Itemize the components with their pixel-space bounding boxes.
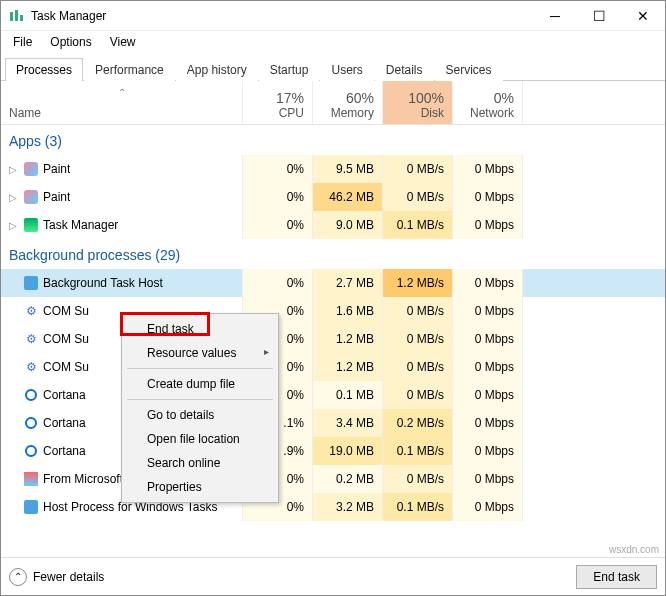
process-name-label: Background Task Host bbox=[43, 276, 163, 290]
menu-options[interactable]: Options bbox=[42, 33, 99, 51]
svg-rect-1 bbox=[15, 10, 18, 21]
ctx-open-file-location[interactable]: Open file location bbox=[125, 427, 275, 451]
header-cpu[interactable]: 17% CPU bbox=[243, 81, 313, 124]
cortana-icon bbox=[23, 387, 39, 403]
process-row[interactable]: Cortana.1%3.4 MB0.2 MB/s0 Mbps bbox=[1, 409, 665, 437]
tab-performance[interactable]: Performance bbox=[84, 58, 175, 81]
process-row[interactable]: Cortana0%0.1 MB0 MB/s0 Mbps bbox=[1, 381, 665, 409]
expand-icon[interactable]: ▷ bbox=[7, 164, 19, 175]
process-name-label: Paint bbox=[43, 162, 70, 176]
ms-icon bbox=[23, 471, 39, 487]
process-row[interactable]: ▷Paint0%46.2 MB0 MB/s0 Mbps bbox=[1, 183, 665, 211]
process-name-label: COM Su bbox=[43, 304, 89, 318]
cell-disk: 0 MB/s bbox=[383, 381, 453, 409]
process-name-cell: ▷Paint bbox=[1, 183, 243, 211]
header-cpu-pct: 17% bbox=[276, 90, 304, 106]
tab-details[interactable]: Details bbox=[375, 58, 434, 81]
header-cpu-label: CPU bbox=[279, 106, 304, 120]
process-row[interactable]: Cortana.9%19.0 MB0.1 MB/s0 Mbps bbox=[1, 437, 665, 465]
cell-memory: 1.2 MB bbox=[313, 353, 383, 381]
minimize-button[interactable]: ─ bbox=[533, 1, 577, 31]
process-row[interactable]: Background Task Host0%2.7 MB1.2 MB/s0 Mb… bbox=[1, 269, 665, 297]
process-name-cell: ▷Paint bbox=[1, 155, 243, 183]
header-network[interactable]: 0% Network bbox=[453, 81, 523, 124]
cell-cpu: 0% bbox=[243, 155, 313, 183]
header-memory-pct: 60% bbox=[346, 90, 374, 106]
tab-app-history[interactable]: App history bbox=[176, 58, 258, 81]
process-name-label: Cortana bbox=[43, 416, 86, 430]
header-memory-label: Memory bbox=[331, 106, 374, 120]
window-title: Task Manager bbox=[31, 9, 533, 23]
cell-network: 0 Mbps bbox=[453, 493, 523, 521]
cell-disk: 0 MB/s bbox=[383, 325, 453, 353]
header-disk-label: Disk bbox=[421, 106, 444, 120]
cell-memory: 46.2 MB bbox=[313, 183, 383, 211]
tab-bar: Processes Performance App history Startu… bbox=[1, 53, 665, 81]
tab-services[interactable]: Services bbox=[435, 58, 503, 81]
tm-icon bbox=[23, 217, 39, 233]
ctx-resource-values[interactable]: Resource values bbox=[125, 341, 275, 365]
svg-rect-0 bbox=[10, 12, 13, 21]
expand-icon[interactable]: ▷ bbox=[7, 192, 19, 203]
fewer-details-button[interactable]: ⌃ Fewer details bbox=[9, 568, 104, 586]
menu-file[interactable]: File bbox=[5, 33, 40, 51]
ctx-end-task[interactable]: End task bbox=[125, 317, 275, 341]
cell-disk: 0.1 MB/s bbox=[383, 437, 453, 465]
cell-network: 0 Mbps bbox=[453, 465, 523, 493]
cell-network: 0 Mbps bbox=[453, 437, 523, 465]
process-name-label: Cortana bbox=[43, 388, 86, 402]
cell-network: 0 Mbps bbox=[453, 183, 523, 211]
ctx-properties[interactable]: Properties bbox=[125, 475, 275, 499]
chevron-up-icon: ⌃ bbox=[9, 568, 27, 586]
cell-memory: 9.0 MB bbox=[313, 211, 383, 239]
process-row[interactable]: From Microsoft Background Ta...0%0.2 MB0… bbox=[1, 465, 665, 493]
expand-icon[interactable]: ▷ bbox=[7, 220, 19, 231]
cell-network: 0 Mbps bbox=[453, 325, 523, 353]
header-network-label: Network bbox=[470, 106, 514, 120]
header-name[interactable]: ⌃ Name bbox=[1, 81, 243, 124]
menu-view[interactable]: View bbox=[102, 33, 144, 51]
section-apps: Apps (3) bbox=[1, 125, 665, 155]
process-row[interactable]: ⚙COM Su0%1.2 MB0 MB/s0 Mbps bbox=[1, 325, 665, 353]
tab-startup[interactable]: Startup bbox=[259, 58, 320, 81]
host-icon bbox=[23, 275, 39, 291]
cell-disk: 0 MB/s bbox=[383, 353, 453, 381]
ctx-separator bbox=[127, 399, 273, 400]
tab-processes[interactable]: Processes bbox=[5, 58, 83, 81]
maximize-button[interactable]: ☐ bbox=[577, 1, 621, 31]
process-row[interactable]: ▷Paint0%9.5 MB0 MB/s0 Mbps bbox=[1, 155, 665, 183]
cell-disk: 1.2 MB/s bbox=[383, 269, 453, 297]
end-task-button[interactable]: End task bbox=[576, 565, 657, 589]
process-row[interactable]: ⚙COM Su0%1.6 MB0 MB/s0 Mbps bbox=[1, 297, 665, 325]
menu-bar: File Options View bbox=[1, 31, 665, 53]
header-network-pct: 0% bbox=[494, 90, 514, 106]
cell-cpu: 0% bbox=[243, 183, 313, 211]
process-row[interactable]: ⚙COM Su0%1.2 MB0 MB/s0 Mbps bbox=[1, 353, 665, 381]
paint-icon bbox=[23, 189, 39, 205]
cell-memory: 9.5 MB bbox=[313, 155, 383, 183]
process-row[interactable]: ▷Task Manager0%9.0 MB0.1 MB/s0 Mbps bbox=[1, 211, 665, 239]
ctx-create-dump[interactable]: Create dump file bbox=[125, 372, 275, 396]
cell-memory: 3.2 MB bbox=[313, 493, 383, 521]
cell-network: 0 Mbps bbox=[453, 353, 523, 381]
header-row: ⌃ Name 17% CPU 60% Memory 100% Disk 0% N… bbox=[1, 81, 665, 125]
process-row[interactable]: Host Process for Windows Tasks0%3.2 MB0.… bbox=[1, 493, 665, 521]
tab-users[interactable]: Users bbox=[320, 58, 373, 81]
context-menu: End task Resource values Create dump fil… bbox=[121, 313, 279, 503]
cortana-icon bbox=[23, 443, 39, 459]
header-disk[interactable]: 100% Disk bbox=[383, 81, 453, 124]
cell-memory: 0.1 MB bbox=[313, 381, 383, 409]
fewer-details-label: Fewer details bbox=[33, 570, 104, 584]
watermark: wsxdn.com bbox=[609, 544, 659, 555]
process-grid: ⌃ Name 17% CPU 60% Memory 100% Disk 0% N… bbox=[1, 81, 665, 521]
cell-disk: 0.2 MB/s bbox=[383, 409, 453, 437]
cell-memory: 1.6 MB bbox=[313, 297, 383, 325]
header-memory[interactable]: 60% Memory bbox=[313, 81, 383, 124]
footer-bar: ⌃ Fewer details End task bbox=[1, 557, 665, 595]
ctx-go-to-details[interactable]: Go to details bbox=[125, 403, 275, 427]
cell-disk: 0 MB/s bbox=[383, 465, 453, 493]
close-button[interactable]: ✕ bbox=[621, 1, 665, 31]
ctx-search-online[interactable]: Search online bbox=[125, 451, 275, 475]
process-name-label: COM Su bbox=[43, 360, 89, 374]
paint-icon bbox=[23, 161, 39, 177]
